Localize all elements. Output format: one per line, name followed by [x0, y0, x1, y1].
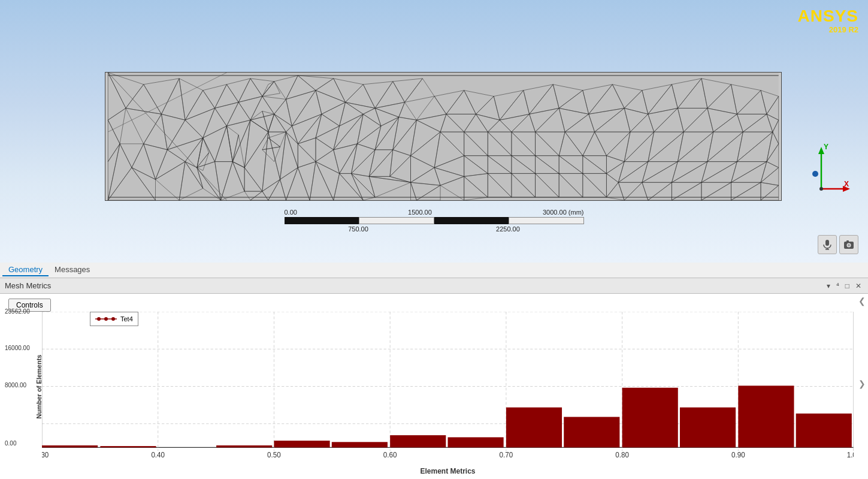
scale-label-1500: 1500.00 — [408, 209, 432, 216]
tab-bar: Geometry Messages — [0, 263, 868, 278]
scale-labels-bottom: 750.00 2250.00 — [285, 225, 584, 233]
y-axis-label: Number of Elements — [35, 354, 43, 418]
svg-rect-308 — [100, 446, 156, 447]
ansys-brand-name: ANSYS — [798, 7, 858, 26]
panel-maximize-icon[interactable]: □ — [843, 282, 851, 290]
svg-rect-307 — [42, 445, 98, 447]
svg-rect-315 — [564, 417, 619, 447]
y-tick-8000: 8000.00 — [5, 382, 26, 388]
microphone-button[interactable] — [818, 235, 837, 254]
x-axis-label: Element Metrics — [420, 467, 475, 475]
svg-rect-313 — [448, 437, 504, 447]
svg-point-281 — [812, 171, 818, 177]
scale-label-0: 0.00 — [285, 209, 297, 216]
panel-title: Mesh Metrics — [5, 281, 51, 290]
svg-rect-309 — [216, 445, 272, 447]
scale-labels-top: 0.00 1500.00 3000.00 (mm) — [285, 209, 584, 216]
viewport-toolbar — [818, 235, 858, 254]
legend-label: Tet4 — [120, 315, 133, 323]
chart-area: Number of Elements Tet4 — [0, 312, 868, 479]
svg-rect-316 — [622, 388, 678, 448]
panel-controls: ▾ ⁴ □ ✕ — [825, 282, 863, 290]
svg-text:0.50: 0.50 — [267, 451, 281, 459]
svg-text:X: X — [844, 180, 849, 188]
tab-messages[interactable]: Messages — [49, 264, 96, 276]
tab-geometry[interactable]: Geometry — [2, 264, 49, 276]
panel-header: Mesh Metrics ▾ ⁴ □ ✕ — [0, 278, 868, 294]
svg-point-282 — [819, 187, 823, 191]
svg-rect-318 — [738, 385, 794, 447]
panel-close-icon[interactable]: ✕ — [854, 282, 863, 290]
ansys-logo: ANSYS 2019 R2 — [798, 7, 858, 34]
svg-text:1.00: 1.00 — [847, 451, 854, 459]
svg-text:0.70: 0.70 — [500, 451, 513, 459]
y-tick-0: 0.00 — [5, 440, 16, 447]
scroll-hint-up: ❮ — [858, 296, 866, 306]
chart-legend: Tet4 — [90, 312, 138, 326]
svg-rect-311 — [332, 442, 388, 447]
panel-pin-icon[interactable]: ▾ — [825, 282, 832, 290]
mesh-viewport — [105, 72, 782, 201]
svg-rect-310 — [274, 441, 329, 447]
bottom-panel: Mesh Metrics ▾ ⁴ □ ✕ Controls Number of … — [0, 278, 868, 479]
svg-rect-317 — [680, 408, 736, 448]
svg-text:0.80: 0.80 — [615, 451, 629, 459]
svg-point-291 — [97, 317, 101, 321]
y-tick-23562: 23562.00 — [5, 308, 30, 315]
svg-point-293 — [111, 317, 115, 321]
mesh-svg — [105, 73, 781, 200]
svg-rect-283 — [825, 240, 829, 246]
chart-svg: 0.30 0.40 0.50 0.60 0.70 0.80 0.90 1.00 — [42, 312, 854, 461]
scale-bar: 0.00 1500.00 3000.00 (mm) 750.00 2250.00 — [285, 209, 584, 233]
ansys-version: 2019 R2 — [798, 26, 858, 34]
scale-label-2250: 2250.00 — [496, 225, 520, 233]
svg-rect-312 — [390, 435, 446, 447]
svg-text:0.90: 0.90 — [731, 451, 745, 459]
svg-text:0.30: 0.30 — [42, 451, 49, 459]
viewport: ANSYS 2019 R2 — [0, 0, 868, 263]
coordinate-axes: Y X — [803, 141, 851, 201]
svg-text:0.40: 0.40 — [151, 451, 165, 459]
scale-label-3000: 3000.00 (mm) — [543, 209, 583, 216]
y-tick-16000: 16000.00 — [5, 345, 30, 351]
svg-rect-289 — [846, 240, 849, 242]
scroll-hint: ❯ — [858, 379, 866, 450]
svg-rect-314 — [506, 408, 562, 448]
svg-rect-319 — [796, 414, 852, 448]
scale-label-750: 750.00 — [348, 225, 368, 233]
svg-text:Y: Y — [824, 143, 828, 151]
svg-point-292 — [104, 317, 108, 321]
svg-text:0.60: 0.60 — [383, 451, 397, 459]
svg-point-288 — [848, 244, 850, 246]
camera-button[interactable] — [839, 235, 858, 254]
panel-float-icon[interactable]: ⁴ — [834, 282, 841, 290]
